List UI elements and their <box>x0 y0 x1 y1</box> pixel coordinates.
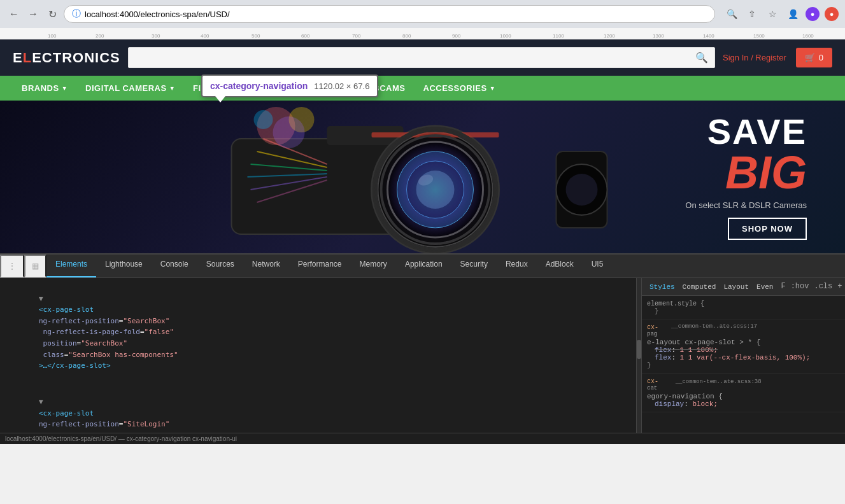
tab-lighthouse[interactable]: Lighthouse <box>96 255 152 277</box>
dom-line-sitelogin[interactable]: ▼ <cx-page-slot ng-reflect-position="Sit… <box>0 384 636 433</box>
tab-security[interactable]: Security <box>451 255 497 277</box>
rule-props-layout: flex: 1 1 100%; flex: 1 1 var(--cx-flex-… <box>647 346 840 361</box>
ruler: 100 200 300 400 500 600 700 800 900 1000… <box>0 28 845 39</box>
sign-in-link[interactable]: Sign In / Register <box>723 53 786 62</box>
rule-selector-category: egory-navigation { <box>647 393 840 400</box>
hero-big-text: BIG <box>685 150 807 195</box>
styles-toolbar-tabs: Styles Computed Layout Even <box>647 282 776 292</box>
cart-count: 0 <box>819 53 823 62</box>
cls-toggle[interactable]: .cls <box>813 281 834 293</box>
rule-prop-flex-new: flex: 1 1 var(--cx-flex-basis, 100%); <box>655 354 840 361</box>
element-tooltip: cx-category-navigation 1120.02 × 67.6 <box>201 74 378 97</box>
address-bar[interactable]: ⓘ localhost:4000/electronics-spa/en/USD/ <box>64 5 715 23</box>
rule-header-cx-layout: cx- __common-tem..ate.scss:17 <box>647 323 840 331</box>
rule-props-category: display: block; <box>647 400 840 408</box>
elements-panel[interactable]: ▼ <cx-page-slot ng-reflect-position="Sea… <box>0 278 636 433</box>
styles-rule-element: element.style { } <box>642 296 845 319</box>
bookmark-button[interactable]: ☆ <box>765 6 780 22</box>
tab-console[interactable]: Console <box>152 255 197 277</box>
styles-panel: Styles Computed Layout Even F :hov .cls … <box>641 278 845 433</box>
hero-banner: SAVE BIG On select SLR & DSLR Cameras SH… <box>0 101 845 253</box>
header-actions: Sign In / Register 🛒 0 <box>723 48 832 67</box>
scrollbar-thumb[interactable] <box>637 340 641 359</box>
search-browser-button[interactable]: 🔍 <box>724 6 739 22</box>
tab-memory[interactable]: Memory <box>351 255 396 277</box>
nav-item-brands[interactable]: BRANDS ▼ <box>13 76 76 101</box>
styles-tab-computed[interactable]: Computed <box>680 282 719 292</box>
add-style-btn[interactable]: + <box>836 281 843 293</box>
rule-closing-layout: } <box>647 361 840 369</box>
styles-tab-styles[interactable]: Styles <box>647 282 678 292</box>
rule-cx-category-prefix: cx- __common-tem..ate.scss:38 <box>647 377 762 385</box>
svg-point-25 <box>254 110 273 129</box>
dom-line-searchbox[interactable]: ▼ <cx-page-slot ng-reflect-position="Sea… <box>0 281 636 384</box>
hero-subtitle: On select SLR & DSLR Cameras <box>685 200 807 210</box>
status-bar: localhost:4000/electronics-spa/en/USD/ —… <box>0 433 845 444</box>
tooltip-element-name: cx-category-navigation <box>210 81 308 91</box>
hover-toggle[interactable]: :hov <box>790 281 811 293</box>
nav-item-accessories[interactable]: ACCESSORIES ▼ <box>415 76 505 101</box>
ruler-mark: 1000 <box>500 33 511 39</box>
ruler-mark: 300 <box>152 33 160 39</box>
reload-button[interactable]: ↻ <box>45 6 60 22</box>
ruler-mark: 1100 <box>553 33 564 39</box>
share-button[interactable]: ⇧ <box>744 6 760 22</box>
rule-source-cat: cat <box>647 385 840 391</box>
devtools-panel: ⋮ ▦ Elements Lighthouse Console Sources … <box>0 253 845 444</box>
site-header: ELECTRONICS 🔍 Sign In / Register 🛒 0 <box>0 39 845 76</box>
cart-button[interactable]: 🛒 0 <box>796 48 832 67</box>
styles-toolbar: Styles Computed Layout Even F :hov .cls … <box>642 278 845 296</box>
ruler-mark: 1500 <box>753 33 765 39</box>
svg-point-26 <box>273 116 305 148</box>
tab-application[interactable]: Application <box>396 255 451 277</box>
rule-header-cx-category: cx- __common-tem..ate.scss:38 <box>647 377 840 385</box>
styles-tab-event[interactable]: Even <box>754 282 776 292</box>
devtools-toggle-btn[interactable]: ⋮ <box>0 255 24 277</box>
tab-adblock[interactable]: AdBlock <box>537 255 583 277</box>
chevron-down-icon-digital: ▼ <box>169 85 175 92</box>
ruler-mark: 400 <box>201 33 209 39</box>
back-button[interactable]: ← <box>6 6 22 22</box>
website: cx-category-navigation 1120.02 × 67.6 EL… <box>0 39 845 253</box>
elements-scrollbar[interactable] <box>636 278 641 433</box>
rule-prop-display: display: block; <box>655 400 840 408</box>
nav-item-digital-cameras[interactable]: DIGITAL CAMERAS ▼ <box>76 76 184 101</box>
styles-filter-input[interactable]: F <box>779 281 786 293</box>
profile-button[interactable]: 👤 <box>785 6 800 22</box>
status-text: localhost:4000/electronics-spa/en/USD/ —… <box>5 435 237 442</box>
search-input[interactable] <box>135 53 695 63</box>
nav-label-accessories: ACCESSORIES <box>423 83 487 93</box>
chevron-down-icon-accessories: ▼ <box>490 85 495 92</box>
extensions-button[interactable]: ● <box>806 7 820 21</box>
rule-source-pag: pag <box>647 331 840 337</box>
tab-ui5[interactable]: UI5 <box>583 255 613 277</box>
info-icon: ⓘ <box>72 8 81 20</box>
site-navigation: BRANDS ▼ DIGITAL CAMERAS ▼ FILM CAMERAS … <box>0 76 845 101</box>
hero-shop-button[interactable]: SHOP NOW <box>728 218 807 240</box>
devtools-tabs: ⋮ ▦ Elements Lighthouse Console Sources … <box>0 255 845 278</box>
search-bar[interactable]: 🔍 <box>128 47 715 68</box>
tab-network[interactable]: Network <box>243 255 289 277</box>
site-logo: ELECTRONICS <box>13 50 120 66</box>
svg-point-15 <box>566 174 598 206</box>
tab-sources[interactable]: Sources <box>197 255 243 277</box>
ruler-mark: 200 <box>96 33 104 39</box>
styles-rule-cx-category: cx- __common-tem..ate.scss:38 cat egory-… <box>642 374 845 412</box>
cart-icon: 🛒 <box>805 53 815 62</box>
tab-performance[interactable]: Performance <box>289 255 351 277</box>
ruler-mark: 1300 <box>653 33 664 39</box>
tooltip-dimensions: 1120.02 × 67.6 <box>314 81 369 91</box>
styles-icons: F :hov .cls + □ □ ∧ <box>779 281 845 293</box>
tab-redux[interactable]: Redux <box>497 255 537 277</box>
tab-elements[interactable]: Elements <box>46 255 96 277</box>
ruler-mark: 1400 <box>703 33 714 39</box>
menu-button[interactable]: ● <box>825 7 839 21</box>
styles-tab-layout[interactable]: Layout <box>721 282 751 292</box>
forward-button[interactable]: → <box>25 6 41 22</box>
browser-chrome: ← → ↻ ⓘ localhost:4000/electronics-spa/e… <box>0 0 845 39</box>
ruler-mark: 800 <box>402 33 411 39</box>
rule-selector-layout: e-layout cx-page-slot > * { <box>647 339 840 346</box>
svg-point-16 <box>372 126 499 253</box>
search-submit-button[interactable]: 🔍 <box>695 52 708 64</box>
devtools-resize-btn[interactable]: ▦ <box>24 255 46 277</box>
